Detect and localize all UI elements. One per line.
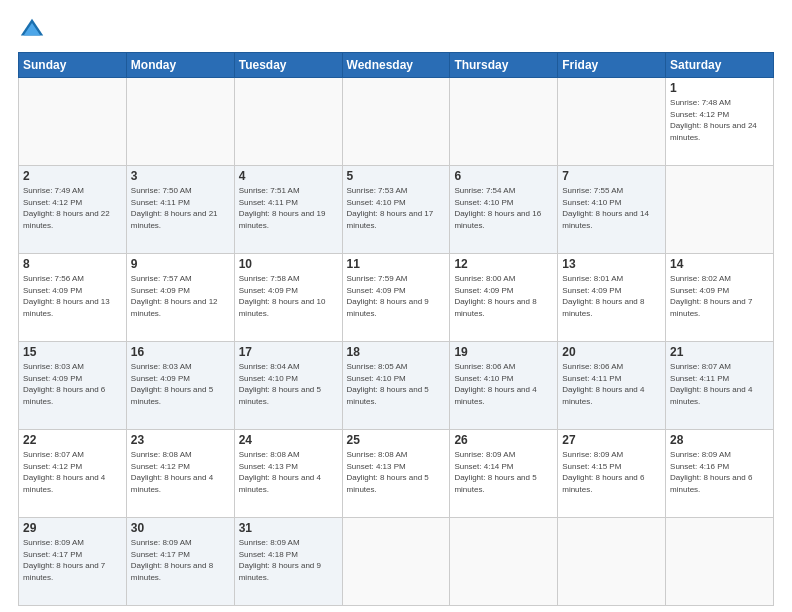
day-info: Sunrise: 8:07 AMSunset: 4:11 PMDaylight:… bbox=[670, 361, 769, 407]
day-number: 12 bbox=[454, 257, 553, 271]
calendar-cell bbox=[342, 518, 450, 606]
calendar-cell: 2Sunrise: 7:49 AMSunset: 4:12 PMDaylight… bbox=[19, 166, 127, 254]
day-number: 19 bbox=[454, 345, 553, 359]
day-header-tuesday: Tuesday bbox=[234, 53, 342, 78]
day-number: 27 bbox=[562, 433, 661, 447]
day-number: 20 bbox=[562, 345, 661, 359]
day-info: Sunrise: 8:06 AMSunset: 4:10 PMDaylight:… bbox=[454, 361, 553, 407]
day-info: Sunrise: 7:49 AMSunset: 4:12 PMDaylight:… bbox=[23, 185, 122, 231]
day-number: 17 bbox=[239, 345, 338, 359]
day-number: 21 bbox=[670, 345, 769, 359]
header bbox=[18, 16, 774, 44]
day-number: 24 bbox=[239, 433, 338, 447]
calendar-cell bbox=[666, 166, 774, 254]
calendar-cell: 20Sunrise: 8:06 AMSunset: 4:11 PMDayligh… bbox=[558, 342, 666, 430]
day-number: 1 bbox=[670, 81, 769, 95]
calendar-cell bbox=[234, 78, 342, 166]
day-info: Sunrise: 7:48 AMSunset: 4:12 PMDaylight:… bbox=[670, 97, 769, 143]
calendar-week-0: 1Sunrise: 7:48 AMSunset: 4:12 PMDaylight… bbox=[19, 78, 774, 166]
day-info: Sunrise: 7:51 AMSunset: 4:11 PMDaylight:… bbox=[239, 185, 338, 231]
day-number: 23 bbox=[131, 433, 230, 447]
day-info: Sunrise: 8:03 AMSunset: 4:09 PMDaylight:… bbox=[131, 361, 230, 407]
calendar-cell: 5Sunrise: 7:53 AMSunset: 4:10 PMDaylight… bbox=[342, 166, 450, 254]
day-info: Sunrise: 8:02 AMSunset: 4:09 PMDaylight:… bbox=[670, 273, 769, 319]
day-info: Sunrise: 8:09 AMSunset: 4:15 PMDaylight:… bbox=[562, 449, 661, 495]
day-info: Sunrise: 8:09 AMSunset: 4:17 PMDaylight:… bbox=[23, 537, 122, 583]
day-number: 25 bbox=[347, 433, 446, 447]
calendar-cell: 25Sunrise: 8:08 AMSunset: 4:13 PMDayligh… bbox=[342, 430, 450, 518]
day-number: 7 bbox=[562, 169, 661, 183]
day-info: Sunrise: 7:56 AMSunset: 4:09 PMDaylight:… bbox=[23, 273, 122, 319]
logo-icon bbox=[18, 16, 46, 44]
calendar-cell: 13Sunrise: 8:01 AMSunset: 4:09 PMDayligh… bbox=[558, 254, 666, 342]
day-info: Sunrise: 8:05 AMSunset: 4:10 PMDaylight:… bbox=[347, 361, 446, 407]
day-number: 22 bbox=[23, 433, 122, 447]
day-number: 6 bbox=[454, 169, 553, 183]
day-info: Sunrise: 7:53 AMSunset: 4:10 PMDaylight:… bbox=[347, 185, 446, 231]
day-number: 30 bbox=[131, 521, 230, 535]
calendar-cell bbox=[342, 78, 450, 166]
day-info: Sunrise: 8:07 AMSunset: 4:12 PMDaylight:… bbox=[23, 449, 122, 495]
calendar-cell bbox=[666, 518, 774, 606]
day-info: Sunrise: 7:58 AMSunset: 4:09 PMDaylight:… bbox=[239, 273, 338, 319]
calendar-cell bbox=[19, 78, 127, 166]
day-info: Sunrise: 7:55 AMSunset: 4:10 PMDaylight:… bbox=[562, 185, 661, 231]
day-info: Sunrise: 8:04 AMSunset: 4:10 PMDaylight:… bbox=[239, 361, 338, 407]
calendar-cell: 31Sunrise: 8:09 AMSunset: 4:18 PMDayligh… bbox=[234, 518, 342, 606]
calendar-cell bbox=[558, 78, 666, 166]
day-number: 18 bbox=[347, 345, 446, 359]
calendar-cell: 27Sunrise: 8:09 AMSunset: 4:15 PMDayligh… bbox=[558, 430, 666, 518]
calendar-week-1: 2Sunrise: 7:49 AMSunset: 4:12 PMDaylight… bbox=[19, 166, 774, 254]
calendar-cell: 29Sunrise: 8:09 AMSunset: 4:17 PMDayligh… bbox=[19, 518, 127, 606]
page: SundayMondayTuesdayWednesdayThursdayFrid… bbox=[0, 0, 792, 612]
calendar-cell: 7Sunrise: 7:55 AMSunset: 4:10 PMDaylight… bbox=[558, 166, 666, 254]
day-info: Sunrise: 8:01 AMSunset: 4:09 PMDaylight:… bbox=[562, 273, 661, 319]
calendar-cell: 16Sunrise: 8:03 AMSunset: 4:09 PMDayligh… bbox=[126, 342, 234, 430]
day-number: 9 bbox=[131, 257, 230, 271]
day-number: 4 bbox=[239, 169, 338, 183]
calendar-cell: 30Sunrise: 8:09 AMSunset: 4:17 PMDayligh… bbox=[126, 518, 234, 606]
day-info: Sunrise: 8:09 AMSunset: 4:14 PMDaylight:… bbox=[454, 449, 553, 495]
calendar-cell: 12Sunrise: 8:00 AMSunset: 4:09 PMDayligh… bbox=[450, 254, 558, 342]
day-number: 28 bbox=[670, 433, 769, 447]
calendar-table: SundayMondayTuesdayWednesdayThursdayFrid… bbox=[18, 52, 774, 606]
calendar-cell: 6Sunrise: 7:54 AMSunset: 4:10 PMDaylight… bbox=[450, 166, 558, 254]
calendar-cell bbox=[450, 518, 558, 606]
day-number: 10 bbox=[239, 257, 338, 271]
calendar-week-5: 29Sunrise: 8:09 AMSunset: 4:17 PMDayligh… bbox=[19, 518, 774, 606]
day-info: Sunrise: 7:54 AMSunset: 4:10 PMDaylight:… bbox=[454, 185, 553, 231]
calendar-cell: 26Sunrise: 8:09 AMSunset: 4:14 PMDayligh… bbox=[450, 430, 558, 518]
calendar-cell: 22Sunrise: 8:07 AMSunset: 4:12 PMDayligh… bbox=[19, 430, 127, 518]
day-info: Sunrise: 8:09 AMSunset: 4:17 PMDaylight:… bbox=[131, 537, 230, 583]
calendar-cell: 4Sunrise: 7:51 AMSunset: 4:11 PMDaylight… bbox=[234, 166, 342, 254]
calendar-body: 1Sunrise: 7:48 AMSunset: 4:12 PMDaylight… bbox=[19, 78, 774, 606]
calendar-cell bbox=[558, 518, 666, 606]
day-info: Sunrise: 7:57 AMSunset: 4:09 PMDaylight:… bbox=[131, 273, 230, 319]
calendar-cell bbox=[126, 78, 234, 166]
day-info: Sunrise: 7:50 AMSunset: 4:11 PMDaylight:… bbox=[131, 185, 230, 231]
day-number: 3 bbox=[131, 169, 230, 183]
day-header-saturday: Saturday bbox=[666, 53, 774, 78]
day-number: 2 bbox=[23, 169, 122, 183]
day-header-thursday: Thursday bbox=[450, 53, 558, 78]
day-number: 15 bbox=[23, 345, 122, 359]
day-number: 31 bbox=[239, 521, 338, 535]
calendar-cell: 14Sunrise: 8:02 AMSunset: 4:09 PMDayligh… bbox=[666, 254, 774, 342]
day-info: Sunrise: 8:09 AMSunset: 4:18 PMDaylight:… bbox=[239, 537, 338, 583]
calendar-cell: 10Sunrise: 7:58 AMSunset: 4:09 PMDayligh… bbox=[234, 254, 342, 342]
day-number: 16 bbox=[131, 345, 230, 359]
day-number: 26 bbox=[454, 433, 553, 447]
calendar-cell bbox=[450, 78, 558, 166]
calendar-cell: 18Sunrise: 8:05 AMSunset: 4:10 PMDayligh… bbox=[342, 342, 450, 430]
day-info: Sunrise: 8:08 AMSunset: 4:13 PMDaylight:… bbox=[239, 449, 338, 495]
day-number: 13 bbox=[562, 257, 661, 271]
day-number: 14 bbox=[670, 257, 769, 271]
day-info: Sunrise: 8:08 AMSunset: 4:13 PMDaylight:… bbox=[347, 449, 446, 495]
day-number: 29 bbox=[23, 521, 122, 535]
calendar-week-3: 15Sunrise: 8:03 AMSunset: 4:09 PMDayligh… bbox=[19, 342, 774, 430]
day-info: Sunrise: 7:59 AMSunset: 4:09 PMDaylight:… bbox=[347, 273, 446, 319]
calendar-cell: 28Sunrise: 8:09 AMSunset: 4:16 PMDayligh… bbox=[666, 430, 774, 518]
calendar-cell: 15Sunrise: 8:03 AMSunset: 4:09 PMDayligh… bbox=[19, 342, 127, 430]
day-number: 8 bbox=[23, 257, 122, 271]
day-info: Sunrise: 8:09 AMSunset: 4:16 PMDaylight:… bbox=[670, 449, 769, 495]
